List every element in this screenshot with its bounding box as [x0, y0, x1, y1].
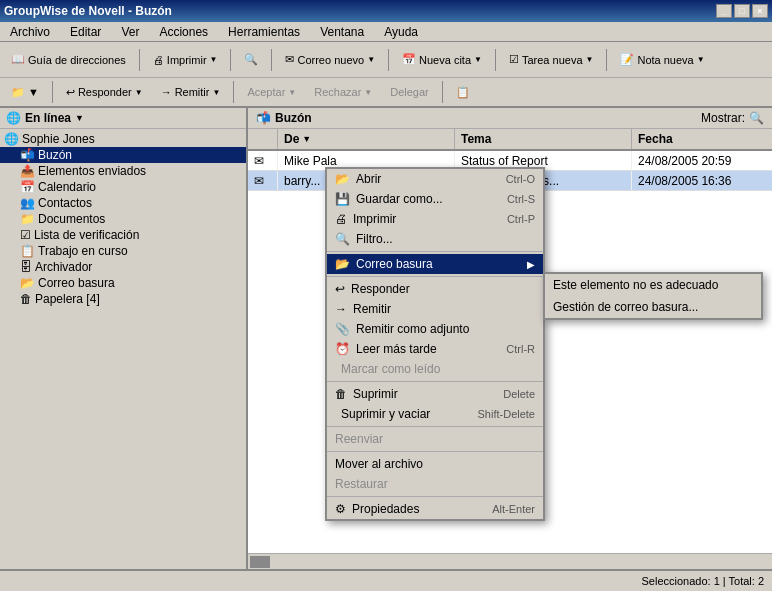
address-book-button[interactable]: 📖 Guía de direcciones	[4, 47, 133, 73]
filter-icon: 🔍	[335, 232, 350, 246]
menu-bar: Archivo Editar Ver Acciones Herramientas…	[0, 22, 772, 42]
folder-icon: 📁	[11, 86, 25, 99]
menu-ventana[interactable]: Ventana	[314, 23, 370, 41]
tree-item-enviados[interactable]: 📤 Elementos enviados	[0, 163, 246, 179]
ctx-remitir[interactable]: → Remitir	[327, 299, 543, 319]
toolbar-separator-3	[271, 49, 272, 71]
ctx-responder[interactable]: ↩ Responder	[327, 279, 543, 299]
reply-menu-icon: ↩	[335, 282, 345, 296]
task-icon: ☑	[509, 53, 519, 66]
print-icon: 🖨	[153, 54, 164, 66]
ctx-leer-tarde[interactable]: ⏰ Leer más tarde Ctrl-R	[327, 339, 543, 359]
mail-icon: ✉	[254, 174, 264, 188]
work-icon: 📋	[20, 244, 35, 258]
appointment-icon: 📅	[402, 53, 416, 66]
menu-archivo[interactable]: Archivo	[4, 23, 56, 41]
buzon-icon: 📬	[256, 111, 271, 125]
ctx-imprimir[interactable]: 🖨 Imprimir Ctrl-P	[327, 209, 543, 229]
submenu-no-adecuado[interactable]: Este elemento no es adecuado	[545, 274, 761, 296]
ctx-separator-3	[327, 381, 543, 382]
toolbar2-separator-2	[233, 81, 234, 103]
new-task-button[interactable]: ☑ Tarea nueva ▼	[502, 47, 600, 73]
note-icon: 📝	[620, 53, 634, 66]
menu-ver[interactable]: Ver	[115, 23, 145, 41]
row2-date: 24/08/2005 16:36	[632, 171, 772, 190]
sort-arrow-icon: ▼	[302, 134, 311, 144]
search-button[interactable]: 🔍	[237, 47, 265, 73]
accept-button[interactable]: Aceptar ▼	[240, 79, 303, 105]
junk-icon: 📂	[20, 276, 35, 290]
menu-editar[interactable]: Editar	[64, 23, 107, 41]
row1-date: 24/08/2005 20:59	[632, 151, 772, 170]
right-panel-title: Buzón	[275, 111, 312, 125]
show-label: Mostrar:	[701, 111, 745, 125]
context-menu: 📂 Abrir Ctrl-O 💾 Guardar como... Ctrl-S …	[325, 167, 545, 521]
tree-item-calendario[interactable]: 📅 Calendario	[0, 179, 246, 195]
trash-icon: 🗑	[20, 292, 32, 306]
task-arrow-icon: ▼	[586, 55, 594, 64]
menu-herramientas[interactable]: Herramientas	[222, 23, 306, 41]
toolbar-separator-5	[495, 49, 496, 71]
reply-button[interactable]: ↩ Responder ▼	[59, 79, 150, 105]
dropdown-button[interactable]: 📁 ▼	[4, 79, 46, 105]
minimize-button[interactable]: _	[716, 4, 732, 18]
toolbar-main: 📖 Guía de direcciones 🖨 Imprimir ▼ 🔍 ✉ C…	[0, 42, 772, 78]
title-bar-buttons[interactable]: _ □ ×	[716, 4, 768, 18]
tree-item-lista[interactable]: ☑ Lista de verificación	[0, 227, 246, 243]
tree-item-trabajo[interactable]: 📋 Trabajo en curso	[0, 243, 246, 259]
col-header-from[interactable]: De ▼	[278, 129, 455, 149]
new-note-button[interactable]: 📝 Nota nueva ▼	[613, 47, 711, 73]
ctx-propiedades[interactable]: ⚙ Propiedades Alt-Enter	[327, 499, 543, 519]
tree-item-documentos[interactable]: 📁 Documentos	[0, 211, 246, 227]
reject-button[interactable]: Rechazar ▼	[307, 79, 379, 105]
tree-item-sophie-jones[interactable]: 🌐 Sophie Jones	[0, 131, 246, 147]
mail-icon: ✉	[254, 154, 264, 168]
panel-header[interactable]: 🌐 En línea ▼	[0, 108, 246, 129]
dropdown-arrow-icon: ▼	[28, 86, 39, 98]
toolbar-separator-6	[606, 49, 607, 71]
forward-menu-icon: →	[335, 302, 347, 316]
toolbar-secondary: 📁 ▼ ↩ Responder ▼ → Remitir ▼ Aceptar ▼ …	[0, 78, 772, 108]
col-header-subject[interactable]: Tema	[455, 129, 632, 149]
panel-header-label: En línea	[25, 111, 71, 125]
ctx-mover-archivo[interactable]: Mover al archivo	[327, 454, 543, 474]
horizontal-scrollbar[interactable]	[248, 553, 772, 569]
ctx-separator-2	[327, 276, 543, 277]
toolbar-separator	[139, 49, 140, 71]
row1-icon-cell: ✉	[248, 151, 278, 170]
submenu-gestion[interactable]: Gestión de correo basura...	[545, 296, 761, 318]
col-header-date[interactable]: Fecha	[632, 129, 772, 149]
ctx-guardar-como[interactable]: 💾 Guardar como... Ctrl-S	[327, 189, 543, 209]
delegate-button[interactable]: Delegar	[383, 79, 436, 105]
close-button[interactable]: ×	[752, 4, 768, 18]
ctx-suprimir[interactable]: 🗑 Suprimir Delete	[327, 384, 543, 404]
menu-ayuda[interactable]: Ayuda	[378, 23, 424, 41]
properties-icon: ⚙	[335, 502, 346, 516]
toolbar-separator-2	[230, 49, 231, 71]
calendar-icon: 📅	[20, 180, 35, 194]
new-appointment-button[interactable]: 📅 Nueva cita ▼	[395, 47, 489, 73]
menu-acciones[interactable]: Acciones	[153, 23, 214, 41]
archive-icon: 🗄	[20, 260, 32, 274]
ctx-abrir[interactable]: 📂 Abrir Ctrl-O	[327, 169, 543, 189]
ctx-marcar-leido: Marcar como leído	[327, 359, 543, 379]
maximize-button[interactable]: □	[734, 4, 750, 18]
ctx-correo-basura[interactable]: 📂 Correo basura ▶	[327, 254, 543, 274]
ctx-remitir-adjunto[interactable]: 📎 Remitir como adjunto	[327, 319, 543, 339]
submenu: Este elemento no es adecuado Gestión de …	[543, 272, 763, 320]
new-mail-button[interactable]: ✉ Correo nuevo ▼	[278, 47, 382, 73]
ctx-filtro[interactable]: 🔍 Filtro...	[327, 229, 543, 249]
ctx-suprimir-vaciar[interactable]: Suprimir y vaciar Shift-Delete	[327, 404, 543, 424]
tree-item-buzon[interactable]: 📬 Buzón	[0, 147, 246, 163]
tree-item-archivador[interactable]: 🗄 Archivador	[0, 259, 246, 275]
print-button[interactable]: 🖨 Imprimir ▼	[146, 47, 225, 73]
tree-item-papelera[interactable]: 🗑 Papelera [4]	[0, 291, 246, 307]
ctx-separator-1	[327, 251, 543, 252]
left-panel: 🌐 En línea ▼ 🌐 Sophie Jones 📬 Buzón 📤 El…	[0, 108, 248, 569]
forward-button[interactable]: → Remitir ▼	[154, 79, 228, 105]
submenu-arrow-icon: ▶	[527, 259, 535, 270]
tree-item-correo-basura[interactable]: 📂 Correo basura	[0, 275, 246, 291]
copy-button[interactable]: 📋	[449, 79, 477, 105]
tree-item-contactos[interactable]: 👥 Contactos	[0, 195, 246, 211]
new-mail-arrow-icon: ▼	[367, 55, 375, 64]
